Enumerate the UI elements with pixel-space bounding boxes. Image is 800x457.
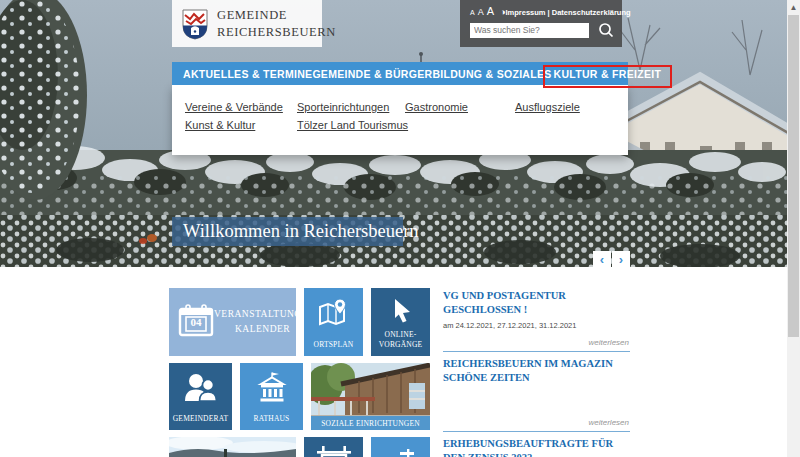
- town-hall-icon: [256, 372, 288, 403]
- site-name-line1: GEMEINDE: [217, 7, 336, 23]
- dropdown-link-sport[interactable]: Sporteinrichtungen: [297, 98, 408, 116]
- nav-item-aktuelles[interactable]: AKTUELLES & TERMINE: [183, 68, 312, 80]
- map-icon: [317, 297, 351, 331]
- tile-soziale-einrichtungen[interactable]: SOZIALE EINRICHTUNGEN: [311, 363, 430, 430]
- tile-veranstaltungskalender-label: VERANSTALTUNGS- KALENDER: [214, 307, 296, 337]
- nav-item-gemeinde[interactable]: GEMEINDE & BÜRGER: [312, 68, 432, 80]
- news-meta: am 24.12.2021, 27.12.2021, 31.12.2021: [443, 321, 630, 330]
- tile-gemeinderat-label: GEMEINDERAT: [169, 414, 232, 424]
- hero-headline: Willkommen in Reichersbeuern: [183, 221, 419, 242]
- carousel-prev-button[interactable]: ‹: [593, 251, 611, 267]
- tile-veranstaltungskalender[interactable]: 04 VERANSTALTUNGS- KALENDER: [169, 288, 296, 356]
- dropdown-column-3: Gastronomie: [405, 98, 468, 116]
- tile-board[interactable]: [304, 437, 363, 457]
- click-highlight-annotation: [543, 65, 673, 88]
- scrollbar-thumb[interactable]: [788, 15, 799, 337]
- news-title[interactable]: VG UND POSTAGENTUR GESCHLOSSEN !: [443, 284, 630, 317]
- tile-ortsplan-label: ORTSPLAN: [304, 340, 363, 350]
- dropdown-column-1: Vereine & Verbände Kunst & Kultur: [185, 98, 283, 134]
- tile-lake-photo[interactable]: [169, 437, 296, 457]
- legal-links: Impressum | Datenschutzerklärung: [505, 8, 630, 17]
- datenschutz-link[interactable]: Datenschutzerklärung: [552, 8, 631, 17]
- tile-gemeinderat[interactable]: GEMEINDERAT: [169, 363, 232, 430]
- search-input[interactable]: [470, 23, 589, 38]
- font-size-small-button[interactable]: A: [470, 9, 475, 16]
- tile-label-line2: KALENDER: [235, 324, 290, 334]
- news-title[interactable]: ERHEBUNGSBEAUFTRAGTE FÜR DEN ZENSUS 2022: [443, 432, 630, 457]
- dropdown-link-toelzer[interactable]: Tölzer Land Tourismus: [297, 116, 408, 134]
- news-title[interactable]: REICHERSBEUERN IM MAGAZIN SCHÖNE ZEITEN: [443, 352, 630, 385]
- header-logo[interactable]: GEMEINDE REICHERSBEUERN: [172, 0, 322, 47]
- read-more-link[interactable]: weiterlesen: [589, 418, 629, 427]
- nav-item-kultur[interactable]: KULTUR & FREIZEIT: [552, 68, 664, 80]
- carousel-controls: ‹ ›: [593, 251, 630, 267]
- search-bar: [470, 22, 614, 38]
- cursor-icon: [387, 297, 415, 325]
- news-list: VG UND POSTAGENTUR GESCHLOSSEN ! am 24.1…: [443, 284, 630, 457]
- tile-extra[interactable]: [371, 437, 430, 457]
- tile-online-vorgaenge[interactable]: ONLINE- VORGÄNGE: [371, 288, 430, 356]
- tile-label-line2: VORGÄNGE: [379, 340, 423, 349]
- kultur-freizeit-dropdown: Vereine & Verbände Kunst & Kultur Sporte…: [172, 85, 628, 155]
- calendar-icon: 04: [178, 304, 214, 341]
- notice-board-icon: [314, 445, 354, 457]
- header-utility-row: A A A ◑ Impressum | Datenschutzerklärung: [460, 0, 622, 17]
- tile-caption-band: SOZIALE EINRICHTUNGEN: [311, 416, 430, 430]
- dropdown-column-4: Ausflugsziele: [515, 98, 580, 116]
- tile-rathaus-label: RATHAUS: [240, 414, 303, 424]
- dropdown-column-2: Sporteinrichtungen Tölzer Land Tourismus: [297, 98, 408, 134]
- lake-photo: [169, 437, 296, 457]
- main-nav: AKTUELLES & TERMINE GEMEINDE & BÜRGER BI…: [172, 62, 628, 85]
- dropdown-link-ausflugsziele[interactable]: Ausflugsziele: [515, 98, 580, 116]
- dropdown-link-vereine[interactable]: Vereine & Verbände: [185, 98, 283, 116]
- search-icon: [598, 22, 614, 38]
- site-name-line2: REICHERSBEUERN: [217, 24, 336, 40]
- coat-of-arms-icon: [181, 8, 209, 40]
- nav-item-bildung[interactable]: BILDUNG & SOZIALES: [432, 68, 551, 80]
- tile-label-line1: ONLINE-: [385, 330, 417, 339]
- dropdown-link-kunst[interactable]: Kunst & Kultur: [185, 116, 283, 134]
- page-scrollbar[interactable]: ▲: [787, 0, 800, 457]
- news-item: VG UND POSTAGENTUR GESCHLOSSEN ! am 24.1…: [443, 284, 630, 352]
- signpost-icon: [386, 443, 416, 457]
- scrollbar-up-arrow[interactable]: ▲: [787, 1, 800, 14]
- carousel-next-button[interactable]: ›: [612, 251, 630, 267]
- news-item: ERHEBUNGSBEAUFTRAGTE FÜR DEN ZENSUS 2022: [443, 432, 630, 457]
- header-utility-panel: A A A ◑ Impressum | Datenschutzerklärung: [460, 0, 622, 47]
- font-size-large-button[interactable]: A: [487, 6, 494, 17]
- municipality-homepage: GEMEINDE REICHERSBEUERN A A A ◑ Impressu…: [0, 0, 800, 457]
- tile-rathaus[interactable]: RATHAUS: [240, 363, 303, 430]
- tile-online-vorgaenge-label: ONLINE- VORGÄNGE: [371, 330, 430, 350]
- dropdown-link-gastronomie[interactable]: Gastronomie: [405, 98, 468, 116]
- news-item: REICHERSBEUERN IM MAGAZIN SCHÖNE ZEITEN …: [443, 352, 630, 432]
- tile-soziale-label: SOZIALE EINRICHTUNGEN: [321, 419, 420, 428]
- tile-label-line1: VERANSTALTUNGS-: [214, 309, 296, 319]
- tile-ortsplan[interactable]: ORTSPLAN: [304, 288, 363, 356]
- impressum-link[interactable]: Impressum: [505, 8, 545, 17]
- hero-headline-banner: Willkommen in Reichersbeuern: [172, 217, 403, 246]
- site-name: GEMEINDE REICHERSBEUERN: [217, 7, 336, 40]
- people-icon: [182, 372, 220, 405]
- search-submit-button[interactable]: [598, 22, 614, 38]
- calendar-day-label: 04: [186, 316, 206, 328]
- font-size-medium-button[interactable]: A: [478, 8, 484, 17]
- read-more-link[interactable]: weiterlesen: [589, 338, 629, 347]
